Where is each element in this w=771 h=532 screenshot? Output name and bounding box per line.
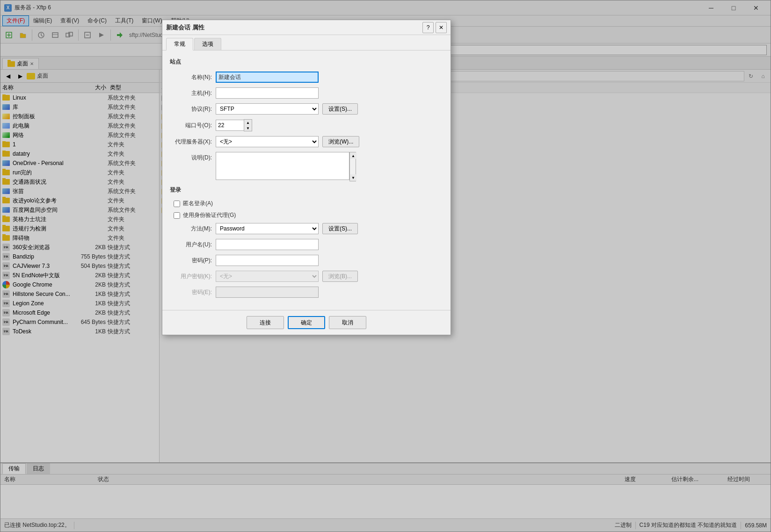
protocol-settings-button[interactable]: 设置(S)...: [322, 103, 358, 115]
host-label: 主机(H):: [170, 89, 212, 97]
username-row: 用户名(U):: [170, 239, 443, 250]
dialog-body: 站点 名称(N): 主机(H): 协议(R): SFTP: [162, 50, 451, 310]
port-down-button[interactable]: ▼: [244, 125, 252, 131]
desc-scrollbar: ▲ ▼: [349, 152, 356, 181]
password-label: 密码(P):: [170, 257, 212, 265]
passphrase-label: 密码(E):: [170, 288, 212, 296]
desc-scroll-down[interactable]: ▼: [350, 174, 356, 181]
port-up-button[interactable]: ▲: [244, 120, 252, 125]
anonymous-label: 匿名登录(A): [183, 200, 213, 208]
protocol-label: 协议(R):: [170, 105, 212, 113]
main-window: X 服务器 - Xftp 6 ─ □ ✕ 文件(F) 编辑(E) 查看(V) 命…: [0, 0, 771, 532]
dialog-help-button[interactable]: ?: [422, 22, 434, 33]
port-label: 端口号(O):: [170, 122, 212, 129]
method-settings-button[interactable]: 设置(S)...: [322, 223, 358, 234]
ok-button[interactable]: 确定: [288, 316, 325, 329]
protocol-select[interactable]: SFTP FTP FTPS: [216, 103, 319, 115]
protocol-row: 协议(R): SFTP FTP FTPS 设置(S)...: [170, 103, 443, 115]
section-station-label: 站点: [170, 58, 443, 66]
desc-label: 说明(D):: [170, 152, 212, 162]
port-input[interactable]: [216, 120, 244, 131]
port-row: 端口号(O): ▲ ▼: [170, 119, 443, 131]
cancel-button[interactable]: 取消: [329, 316, 366, 329]
anonymous-row: 匿名登录(A): [170, 200, 443, 208]
new-session-dialog: 新建会话 属性 ? ✕ 常规 选项 站点 名称(N):: [162, 20, 451, 335]
tab-options[interactable]: 选项: [194, 38, 221, 50]
section-login-label: 登录: [170, 186, 443, 194]
agent-row: 使用身份验证代理(G): [170, 211, 443, 219]
proxy-select[interactable]: <无>: [216, 136, 319, 147]
method-select[interactable]: Password PublicKey Keyboard Interactive: [216, 223, 319, 234]
proxy-browse-button[interactable]: 浏览(W)...: [322, 136, 359, 147]
host-input[interactable]: [216, 87, 319, 99]
dialog-footer: 连接 确定 取消: [162, 310, 451, 335]
username-input[interactable]: [216, 239, 319, 250]
agent-checkbox[interactable]: [174, 212, 180, 219]
dialog-close-button[interactable]: ✕: [436, 22, 447, 33]
name-row: 名称(N):: [170, 72, 443, 83]
desc-scroll-track: [350, 159, 356, 174]
password-row: 密码(P):: [170, 255, 443, 266]
connect-button[interactable]: 连接: [247, 316, 284, 329]
password-field[interactable]: [216, 255, 319, 266]
port-group: ▲ ▼: [216, 119, 252, 131]
dialog-tabs: 常规 选项: [162, 35, 451, 50]
desc-row: 说明(D): ▲ ▼: [170, 152, 443, 181]
dialog-title-bar: 新建会话 属性 ? ✕: [162, 20, 451, 35]
anonymous-checkbox[interactable]: [174, 201, 180, 207]
name-label: 名称(N):: [170, 73, 212, 81]
port-spinner: ▲ ▼: [244, 119, 252, 131]
desc-textarea[interactable]: [216, 152, 349, 180]
userkey-row: 用户密钥(K): <无> 浏览(B)...: [170, 271, 443, 282]
passphrase-row: 密码(E):: [170, 287, 443, 298]
dialog-overlay: 新建会话 属性 ? ✕ 常规 选项 站点 名称(N):: [0, 0, 771, 532]
proxy-row: 代理服务器(X): <无> 浏览(W)...: [170, 136, 443, 147]
userkey-select: <无>: [216, 271, 319, 282]
proxy-label: 代理服务器(X):: [170, 138, 212, 146]
tab-general[interactable]: 常规: [166, 38, 193, 50]
username-label: 用户名(U):: [170, 241, 212, 249]
agent-label: 使用身份验证代理(G): [183, 211, 236, 219]
host-row: 主机(H):: [170, 87, 443, 99]
method-label: 方法(M):: [170, 225, 212, 233]
method-row: 方法(M): Password PublicKey Keyboard Inter…: [170, 223, 443, 234]
name-input[interactable]: [216, 72, 319, 83]
passphrase-input: [216, 287, 319, 298]
userkey-label: 用户密钥(K):: [170, 273, 212, 280]
desc-scroll-up[interactable]: ▲: [350, 152, 356, 159]
userkey-browse-button: 浏览(B)...: [322, 271, 358, 282]
dialog-title: 新建会话 属性: [166, 23, 422, 32]
